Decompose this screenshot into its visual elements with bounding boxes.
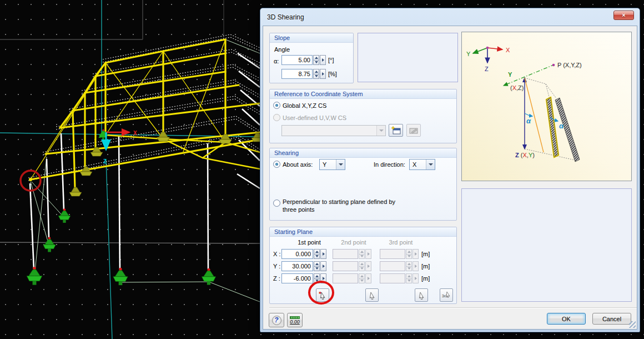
about-axis-radio[interactable]: [273, 161, 280, 168]
pick-3x3-points-button[interactable]: 3x3: [440, 288, 453, 302]
pick-1st-point-button[interactable]: ✱: [316, 288, 329, 302]
pick-2nd-point-button[interactable]: [365, 288, 379, 302]
x-1st-spinner[interactable]: [314, 249, 320, 259]
units-settings-button[interactable]: 0.00: [287, 313, 303, 327]
x-2nd-input[interactable]: [333, 249, 358, 259]
right-arrow-icon: [323, 265, 325, 268]
pick-cursor-icon: ✱: [318, 291, 327, 300]
starting-plane-group: Starting Plane 1st point 2nd point 3rd p…: [269, 227, 457, 304]
perpendicular-radio[interactable]: [273, 200, 280, 207]
z-1st-spinner[interactable]: [314, 273, 320, 283]
diagram-z-label: Z: [485, 66, 489, 72]
dropdown-arrow[interactable]: [426, 159, 435, 170]
spin-up-button[interactable]: [314, 261, 320, 267]
new-cs-button[interactable]: [389, 124, 403, 137]
slope-header: Slope: [270, 33, 353, 43]
help-button[interactable]: ?: [269, 313, 284, 327]
spin-down-button[interactable]: [314, 255, 320, 260]
angle-deg-input[interactable]: [281, 55, 313, 65]
z-3rd-detail-button: [412, 273, 419, 283]
spin-up-button[interactable]: [313, 69, 319, 74]
spin-down-button: [406, 255, 412, 260]
up-arrow-icon: [407, 251, 411, 253]
row-y-label: Y :: [273, 263, 280, 270]
down-arrow-icon: [407, 267, 411, 270]
diagram-x-label: X: [506, 47, 510, 53]
z-3rd-input[interactable]: [380, 273, 405, 283]
row-x-label: X :: [273, 251, 280, 257]
z-1st-detail-button[interactable]: [320, 273, 326, 283]
spin-up-button: [359, 249, 365, 255]
y-1st-detail-button[interactable]: [320, 261, 326, 271]
x-1st-input[interactable]: [281, 249, 313, 259]
global-cs-radio[interactable]: [273, 102, 280, 109]
down-arrow-icon: [407, 280, 411, 282]
y-1st-input[interactable]: [281, 261, 313, 271]
spin-down-button[interactable]: [314, 279, 320, 284]
angle-pct-detail-button[interactable]: [320, 69, 326, 79]
dialog-titlebar[interactable]: 3D Shearing: [260, 8, 640, 26]
z-3rd-spinner: [406, 273, 412, 283]
direction-combobox[interactable]: X: [409, 159, 435, 170]
user-cs-combobox[interactable]: [281, 125, 386, 136]
z-1st-input[interactable]: [281, 273, 313, 283]
angle-pct-spinner[interactable]: [313, 69, 319, 79]
spin-down-button[interactable]: [313, 74, 319, 79]
global-cs-label: Global X,Y,Z CS: [283, 102, 326, 109]
spin-up-button[interactable]: [314, 273, 320, 279]
pick-3rd-point-button[interactable]: [415, 288, 428, 302]
axis-combobox[interactable]: Y: [319, 159, 345, 170]
x-3rd-input[interactable]: [380, 249, 405, 259]
up-arrow-icon: [315, 57, 318, 59]
col-2nd-point: 2nd point: [336, 239, 371, 246]
reference-cs-header: Reference to Coordinate System: [270, 89, 456, 99]
right-arrow-icon: [368, 252, 370, 256]
cancel-button[interactable]: Cancel: [592, 313, 631, 325]
dialog-title: 3D Shearing: [267, 13, 304, 21]
spin-up-button: [359, 261, 365, 267]
angle-deg-spinner[interactable]: [313, 55, 319, 65]
down-arrow-icon: [360, 267, 364, 270]
resize-grip[interactable]: [629, 321, 636, 328]
ok-button[interactable]: OK: [547, 313, 586, 325]
angle-deg-detail-button[interactable]: [320, 55, 326, 65]
spin-down-button[interactable]: [313, 61, 319, 66]
dialog-client-area: Slope Angle α: [°] [%]: [263, 26, 637, 330]
z-2nd-input[interactable]: [333, 273, 358, 283]
perpendicular-label-line1: Perpendicular to starting plane defined …: [283, 198, 395, 205]
x-2nd-detail-button: [365, 249, 371, 259]
right-arrow-icon: [415, 252, 417, 256]
y-3rd-spinner: [406, 261, 412, 271]
x-axis-label: X: [133, 130, 137, 136]
spin-up-button[interactable]: [314, 249, 320, 255]
y-3rd-detail-button: [412, 261, 419, 271]
x-3rd-detail-button: [412, 249, 419, 259]
angle-pct-input[interactable]: [281, 69, 313, 79]
pct-unit-label: [%]: [328, 71, 337, 77]
z-unit-label: [m]: [421, 275, 430, 282]
spin-down-button: [359, 267, 365, 272]
edit-cs-button[interactable]: [406, 124, 421, 137]
units-label: 0.00: [290, 319, 300, 325]
close-button[interactable]: ×: [613, 11, 634, 20]
right-arrow-icon: [322, 72, 324, 76]
right-arrow-icon: [415, 265, 417, 268]
y-3rd-input[interactable]: [380, 261, 405, 271]
shearing-group: Shearing About axis: Y In direction: X P…: [269, 148, 457, 221]
frame-node[interactable]: [29, 178, 32, 181]
deg-unit-label: [°]: [328, 57, 334, 63]
user-cs-radio[interactable]: [273, 114, 280, 121]
x-2nd-spinner: [359, 249, 365, 259]
x-1st-detail-button[interactable]: [320, 249, 326, 259]
y-2nd-input[interactable]: [333, 261, 358, 271]
spin-down-button[interactable]: [314, 267, 320, 272]
dropdown-arrow[interactable]: [336, 159, 345, 170]
spin-up-button[interactable]: [313, 55, 319, 61]
alpha-1-label: α: [526, 117, 531, 125]
chevron-down-icon: [429, 163, 433, 166]
alpha-2-label: α: [559, 122, 564, 130]
empty-panel-top: [358, 33, 458, 82]
dropdown-arrow[interactable]: [376, 126, 385, 136]
alpha-label: α:: [274, 58, 279, 64]
y-1st-spinner[interactable]: [314, 261, 320, 271]
